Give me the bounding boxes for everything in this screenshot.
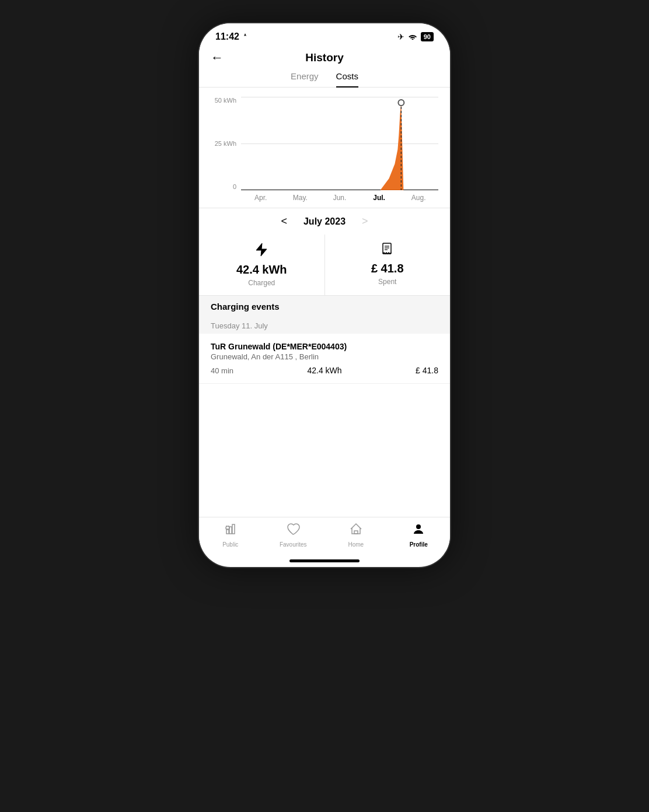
- profile-label: Profile: [410, 541, 428, 548]
- nav-home[interactable]: Home: [324, 522, 388, 548]
- bottom-nav: Public Favourites Home: [199, 517, 450, 559]
- home-label: Home: [348, 541, 364, 548]
- profile-icon: [411, 522, 425, 540]
- y-label-bottom: 0: [233, 183, 236, 190]
- lightning-icon: [256, 243, 267, 260]
- public-icon: [224, 522, 238, 540]
- nav-favourites[interactable]: Favourites: [262, 522, 325, 548]
- time-display: 11:42: [215, 32, 239, 42]
- event-address: Grunewald, An der A115 , Berlin: [211, 352, 438, 361]
- receipt-icon: [381, 243, 394, 258]
- favourites-label: Favourites: [280, 541, 307, 548]
- wifi-icon: [408, 32, 417, 41]
- svg-rect-9: [232, 524, 235, 534]
- svg-point-12: [416, 524, 421, 529]
- stat-spent: £ 41.8 Spent: [325, 235, 451, 295]
- event-details: 40 min 42.4 kWh £ 41.8: [211, 366, 438, 375]
- svg-rect-11: [354, 531, 358, 534]
- phone-frame: 11:42 ✈ 90 ← History: [199, 23, 450, 567]
- location-icon: [242, 33, 249, 40]
- spent-value: £ 41.8: [371, 262, 404, 275]
- status-bar: 11:42 ✈ 90: [199, 23, 450, 47]
- home-indicator: [289, 559, 360, 562]
- event-duration: 40 min: [211, 366, 233, 375]
- favourites-icon: [286, 522, 300, 540]
- x-labels: Apr. May. Jun. Jul. Aug.: [211, 194, 438, 202]
- tab-costs[interactable]: Costs: [336, 71, 358, 87]
- spent-label: Spent: [378, 278, 396, 286]
- next-month-button[interactable]: >: [357, 215, 373, 228]
- event-cost: £ 41.8: [416, 366, 438, 375]
- content-spacer: [199, 384, 450, 501]
- date-label: Tuesday 11. July: [199, 318, 450, 334]
- x-label-apr: Apr.: [241, 194, 281, 202]
- content-scroll[interactable]: 50 kWh 25 kWh 0: [199, 88, 450, 517]
- section-title: Charging events: [211, 302, 280, 312]
- prev-month-button[interactable]: <: [276, 215, 292, 228]
- x-label-jun: Jun.: [320, 194, 360, 202]
- chart-container: 50 kWh 25 kWh 0: [211, 97, 438, 190]
- public-label: Public: [222, 541, 238, 548]
- x-label-jul: Jul.: [360, 194, 399, 202]
- month-title: July 2023: [303, 216, 346, 227]
- nav-public[interactable]: Public: [199, 522, 262, 548]
- page-title: History: [305, 51, 343, 64]
- home-icon: [349, 522, 363, 540]
- charged-value: 42.4 kWh: [236, 263, 287, 276]
- charging-events-header: Charging events: [199, 296, 450, 318]
- battery-display: 90: [421, 32, 434, 41]
- date-text: Tuesday 11. July: [211, 321, 268, 330]
- chart-svg: [241, 97, 438, 190]
- chart-area: 50 kWh 25 kWh 0: [199, 88, 450, 208]
- x-label-aug: Aug.: [399, 194, 438, 202]
- event-energy: 42.4 kWh: [307, 366, 341, 375]
- back-button[interactable]: ←: [211, 50, 224, 65]
- charged-label: Charged: [248, 279, 275, 287]
- y-label-mid: 25 kWh: [215, 140, 236, 147]
- nav-profile[interactable]: Profile: [388, 522, 451, 548]
- svg-marker-0: [244, 33, 246, 36]
- tab-energy[interactable]: Energy: [291, 71, 319, 87]
- airplane-icon: ✈: [397, 32, 404, 41]
- stats-row: 42.4 kWh Charged £ 41.8 Spent: [199, 235, 450, 296]
- y-label-top: 50 kWh: [215, 97, 236, 104]
- svg-point-2: [398, 100, 404, 106]
- event-title: TuR Grunewald (DE*MER*E004403): [211, 342, 438, 351]
- status-time: 11:42: [215, 32, 249, 42]
- header: ← History: [199, 47, 450, 64]
- charging-event[interactable]: TuR Grunewald (DE*MER*E004403) Grunewald…: [199, 334, 450, 384]
- status-icons: ✈ 90: [397, 32, 434, 41]
- month-navigator: < July 2023 >: [199, 208, 450, 235]
- chart-inner: [241, 97, 438, 190]
- tabs-container: Energy Costs: [199, 64, 450, 88]
- stat-charged: 42.4 kWh Charged: [199, 235, 325, 295]
- x-label-may: May.: [281, 194, 320, 202]
